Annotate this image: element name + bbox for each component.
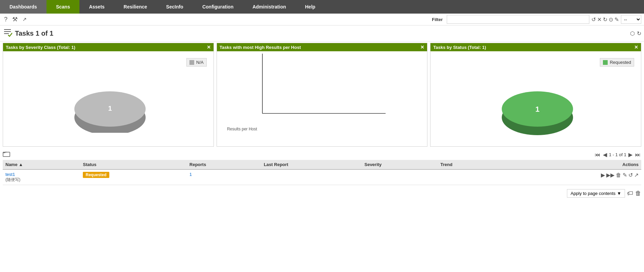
col-actions: Actions <box>496 160 641 169</box>
table-body: test1 (随便写) Requested 1 ▶ ▶▶ 🗑 <box>3 169 641 185</box>
filter-help-icon[interactable]: ⊙ <box>609 16 613 23</box>
tasks-list-icon <box>3 28 12 39</box>
pie-status-chart: 1 <box>434 55 638 143</box>
legend-label-na: N/A <box>196 60 204 65</box>
tasks-table: Name ▲ Status Reports Last Report Severi… <box>3 160 641 185</box>
toolbar-row: ? ⚒ ↗ Filter ↺ ✕ ↻ ⊙ ✎ -- <box>0 14 644 25</box>
nav-scans[interactable]: Scans <box>47 0 79 14</box>
cell-last-report <box>261 169 362 185</box>
pagination-info: 1 - 1 of 1 <box>609 152 626 157</box>
chart-status-close[interactable]: ✕ <box>634 44 638 50</box>
nav-help[interactable]: Help <box>295 0 325 14</box>
bar-chart-axes <box>227 50 417 125</box>
nav-administration[interactable]: Administration <box>243 0 296 14</box>
col-reports[interactable]: Reports <box>187 160 261 169</box>
chart-severity-title: Tasks by Severity Class (Total: 1) <box>6 45 75 50</box>
chart-status-title: Tasks by Status (Total: 1) <box>433 45 486 50</box>
bar-chart-container: Results per Host <box>220 55 424 143</box>
new-window-icon[interactable]: ⬡ <box>630 30 635 37</box>
chart-high-results-body: Results per Host <box>217 51 427 146</box>
new-folder-icon[interactable] <box>3 151 10 159</box>
table-section: ⏮ ◀ 1 - 1 of 1 ▶ ⏭ Name ▲ Status Reports… <box>0 149 644 185</box>
filter-reload-icon[interactable]: ↻ <box>603 16 607 23</box>
chart-high-results-title: Tasks with most High Results per Host <box>220 45 301 50</box>
pie-na-legend: N/A <box>186 58 207 67</box>
export-icon[interactable]: ↗ <box>21 16 28 23</box>
table-toolbar: ⏮ ◀ 1 - 1 of 1 ▶ ⏭ <box>3 149 641 160</box>
legend-box-requested <box>603 60 608 65</box>
cell-name: test1 (随便写) <box>3 169 80 185</box>
filter-icon-group: ↺ ✕ ↻ ⊙ ✎ <box>591 16 619 23</box>
cell-actions: ▶ ▶▶ 🗑 ✎ ↺ ↗ <box>496 169 641 185</box>
col-severity[interactable]: Severity <box>362 160 438 169</box>
filter-label: Filter <box>432 17 443 22</box>
tools-icon[interactable]: ⚒ <box>11 15 19 24</box>
nav-assets[interactable]: Assets <box>79 0 114 14</box>
pagination-first-btn[interactable]: ⏮ <box>594 152 601 158</box>
chart-status-body: Requested 1 <box>430 51 641 146</box>
pie-na-chart: 1 <box>6 55 210 143</box>
status-badge: Requested <box>83 172 109 178</box>
cell-reports: 1 <box>187 169 261 185</box>
svg-text:1: 1 <box>535 105 539 113</box>
nav-resilience[interactable]: Resilience <box>114 0 157 14</box>
chart-high-results: Tasks with most High Results per Host ✕ … <box>217 43 428 147</box>
pagination-last-btn[interactable]: ⏭ <box>634 152 641 158</box>
chart-high-results-close[interactable]: ✕ <box>420 44 424 50</box>
cell-severity <box>362 169 438 185</box>
legend-label-requested: Requested <box>610 60 631 65</box>
col-status[interactable]: Status <box>80 160 187 169</box>
pagination-next-btn[interactable]: ▶ <box>628 151 633 158</box>
nav-configuration[interactable]: Configuration <box>193 0 243 14</box>
table-row: test1 (随便写) Requested 1 ▶ ▶▶ 🗑 <box>3 169 641 185</box>
col-name[interactable]: Name ▲ <box>3 160 80 169</box>
col-trend[interactable]: Trend <box>438 160 496 169</box>
filter-edit-icon[interactable]: ✎ <box>614 16 619 23</box>
row-actions: ▶ ▶▶ 🗑 ✎ ↺ ↗ <box>499 172 639 178</box>
reports-link[interactable]: 1 <box>189 172 192 177</box>
task-export-btn[interactable]: ↗ <box>634 172 639 178</box>
cell-status: Requested <box>80 169 187 185</box>
task-name-link[interactable]: test1 <box>5 172 15 177</box>
filter-input[interactable] <box>447 15 589 24</box>
bottom-tag-icon[interactable]: 🏷 <box>627 190 633 197</box>
pie-status-legend: Requested <box>600 58 634 67</box>
cell-trend <box>438 169 496 185</box>
chart-severity-header: Tasks by Severity Class (Total: 1) ✕ <box>3 43 214 51</box>
pie-status-container: Requested 1 <box>434 55 638 143</box>
page-title-row: Tasks 1 of 1 ⬡ ↻ <box>0 25 644 41</box>
bottom-trash-icon[interactable]: 🗑 <box>635 190 641 197</box>
legend-box-na <box>189 60 194 65</box>
filter-clear-icon[interactable]: ✕ <box>597 16 602 23</box>
nav-dashboards[interactable]: Dashboards <box>0 0 47 14</box>
task-start-btn[interactable]: ▶ <box>601 172 605 178</box>
task-edit-btn[interactable]: ✎ <box>623 172 627 178</box>
chart-severity-body: N/A 1 <box>3 51 214 146</box>
task-revert-btn[interactable]: ↺ <box>628 172 633 178</box>
task-name-note: (随便写) <box>5 177 20 182</box>
pagination-prev-btn[interactable]: ◀ <box>602 151 608 158</box>
chart-severity-close[interactable]: ✕ <box>207 44 211 50</box>
pie-na-container: N/A 1 <box>6 55 210 143</box>
charts-row: Tasks by Severity Class (Total: 1) ✕ N/A <box>0 43 644 149</box>
chart-status: Tasks by Status (Total: 1) ✕ Requested <box>430 43 641 147</box>
col-last-report[interactable]: Last Report <box>261 160 362 169</box>
bar-chart-xlabel: Results per Host <box>227 127 257 131</box>
filter-select[interactable]: -- <box>621 15 641 24</box>
apply-dropdown-arrow[interactable]: ▼ <box>617 191 621 196</box>
apply-to-page-btn[interactable]: Apply to page contents ▼ <box>567 189 625 198</box>
page-title: Tasks 1 of 1 <box>15 30 53 37</box>
svg-text:1: 1 <box>108 105 112 112</box>
question-icon[interactable]: ? <box>3 15 9 24</box>
pagination: ⏮ ◀ 1 - 1 of 1 ▶ ⏭ <box>594 151 641 158</box>
bottom-bar: Apply to page contents ▼ 🏷 🗑 <box>0 186 644 200</box>
page-title-actions: ⬡ ↻ <box>630 30 641 37</box>
table-header: Name ▲ Status Reports Last Report Severi… <box>3 160 641 169</box>
apply-to-page-label: Apply to page contents <box>571 191 615 196</box>
page-refresh-icon[interactable]: ↻ <box>637 30 641 37</box>
nav-secinfo[interactable]: SecInfo <box>157 0 193 14</box>
task-delete-btn[interactable]: 🗑 <box>616 172 621 178</box>
filter-refresh-icon[interactable]: ↺ <box>591 16 596 23</box>
chart-severity-class: Tasks by Severity Class (Total: 1) ✕ N/A <box>3 43 214 147</box>
task-resume-btn[interactable]: ▶▶ <box>606 172 614 178</box>
